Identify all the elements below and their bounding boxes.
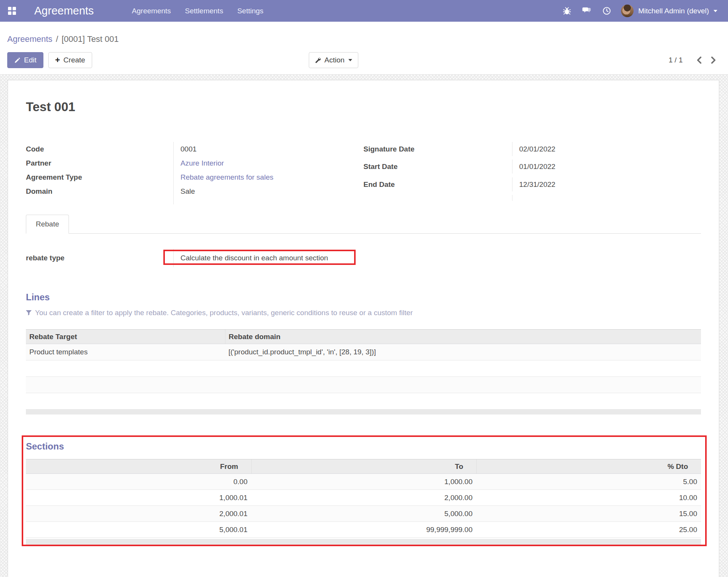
activities-clock-icon[interactable]	[602, 6, 611, 16]
edit-button[interactable]: Edit	[7, 52, 43, 68]
field-value-start-date: 01/01/2022	[512, 159, 701, 174]
control-panel: Agreements/[0001] Test 001 Edit + Create…	[0, 22, 728, 75]
pager-next-button[interactable]	[711, 56, 716, 64]
pager-previous-button[interactable]	[697, 56, 702, 64]
top-navbar: Agreements Agreements Settlements Settin…	[0, 0, 728, 22]
breadcrumb: Agreements/[0001] Test 001	[7, 34, 728, 44]
sections-cell[interactable]: 15.00	[476, 506, 701, 522]
sections-cell[interactable]: 99,999,999.00	[251, 522, 476, 538]
action-button[interactable]: Action	[309, 52, 358, 68]
field-value-domain: Sale	[173, 184, 364, 198]
lines-filter-hint: You can create a filter to apply the reb…	[26, 308, 701, 317]
sections-cell[interactable]: 2,000.00	[251, 490, 476, 506]
tab-rebate[interactable]: Rebate	[26, 215, 69, 234]
lines-table: Rebate Target Rebate domain Product temp…	[26, 329, 701, 410]
lines-empty-row	[26, 377, 701, 393]
sections-cell[interactable]: 1,000.00	[251, 474, 476, 490]
plus-icon: +	[55, 56, 60, 64]
chevron-left-icon	[697, 56, 702, 64]
rebate-type-row: rebate type Calculate the discount in ea…	[26, 249, 701, 267]
menu-agreements[interactable]: Agreements	[132, 7, 171, 15]
field-value-code: 0001	[173, 142, 364, 156]
pager-value: 1 / 1	[669, 56, 683, 64]
notebook-tabs: Rebate	[26, 214, 701, 234]
record-title: Test 001	[26, 80, 701, 115]
sections-cell[interactable]: 2,000.01	[26, 506, 251, 522]
sections-row[interactable]: 5,000.01 99,999,999.00 25.00	[26, 522, 701, 538]
debug-bug-icon[interactable]	[562, 6, 572, 16]
lines-heading: Lines	[26, 292, 701, 303]
sections-column-from[interactable]: From	[26, 459, 251, 474]
field-label-start-date: Start Date	[364, 159, 512, 174]
chevron-right-icon	[711, 56, 716, 64]
menu-settings[interactable]: Settings	[237, 7, 263, 15]
field-value-partner-link[interactable]: Azure Interior	[180, 159, 224, 167]
sections-table-footer-strip	[26, 539, 701, 545]
button-row: Edit + Create Action 1 / 1	[7, 52, 728, 68]
lines-empty-row	[26, 360, 701, 377]
sections-cell[interactable]: 5,000.01	[26, 522, 251, 538]
breadcrumb-current: [0001] Test 001	[62, 34, 119, 44]
content-area: Test 001 Code 0001 Partner Azure Interio…	[0, 75, 728, 577]
lines-row[interactable]: Product templates [('product_id.product_…	[26, 344, 701, 360]
form-sheet: Test 001 Code 0001 Partner Azure Interio…	[8, 80, 719, 577]
rebate-type-value: Calculate the discount in each amount se…	[173, 249, 701, 267]
sections-column-dto[interactable]: % Dto	[476, 459, 701, 474]
sections-cell[interactable]: 1,000.01	[26, 490, 251, 506]
pager: 1 / 1	[669, 52, 716, 68]
pencil-icon	[14, 57, 21, 64]
lines-column-rebate-target[interactable]: Rebate Target	[26, 330, 225, 344]
filter-funnel-icon	[26, 310, 32, 316]
field-label-partner: Partner	[26, 156, 173, 170]
user-avatar[interactable]	[621, 5, 634, 17]
sections-cell[interactable]: 0.00	[26, 474, 251, 490]
sections-column-to[interactable]: To	[251, 459, 476, 474]
breadcrumb-separator: /	[56, 34, 58, 44]
field-value-signature-date: 02/01/2022	[512, 142, 701, 156]
field-groups: Code 0001 Partner Azure Interior Agreeme…	[26, 142, 701, 204]
sections-cell[interactable]: 25.00	[476, 522, 701, 538]
lines-cell-rebate-target[interactable]: Product templates	[26, 344, 225, 360]
user-name[interactable]: Mitchell Admin (devel)	[638, 7, 709, 15]
field-group-left: Code 0001 Partner Azure Interior Agreeme…	[26, 142, 364, 204]
apps-menu-icon[interactable]	[8, 7, 16, 15]
field-label-end-date: End Date	[364, 177, 512, 191]
sections-row[interactable]: 0.00 1,000.00 5.00	[26, 474, 701, 490]
action-caret-icon	[348, 59, 352, 61]
user-menu-caret-icon[interactable]	[714, 10, 717, 12]
wrench-icon	[315, 57, 321, 64]
lines-empty-row	[26, 393, 701, 410]
breadcrumb-agreements-link[interactable]: Agreements	[7, 34, 53, 44]
main-menus: Agreements Settlements Settings	[132, 7, 263, 15]
field-value-agreement-type-link[interactable]: Rebate agreements for sales	[180, 173, 273, 181]
lines-column-rebate-domain[interactable]: Rebate domain	[225, 330, 701, 344]
field-label-signature-date: Signature Date	[364, 142, 512, 156]
sections-cell[interactable]: 10.00	[476, 490, 701, 506]
page: Agreements Agreements Settlements Settin…	[0, 0, 728, 577]
field-group-right: Signature Date 02/01/2022 Start Date 01/…	[364, 142, 701, 204]
sections-cell[interactable]: 5.00	[476, 474, 701, 490]
rebate-type-label: rebate type	[26, 249, 173, 267]
messages-icon[interactable]	[582, 6, 591, 16]
create-button[interactable]: + Create	[48, 52, 92, 68]
app-brand[interactable]: Agreements	[34, 5, 94, 17]
sections-table: From To % Dto 0.00 1,000.00 5.00 1,000.0…	[26, 459, 701, 538]
sections-cell[interactable]: 5,000.00	[251, 506, 476, 522]
lines-cell-rebate-domain[interactable]: [('product_id.product_tmpl_id', 'in', [2…	[225, 344, 701, 360]
field-label-code: Code	[26, 142, 173, 156]
field-label-agreement-type: Agreement Type	[26, 170, 173, 184]
field-label-domain: Domain	[26, 184, 173, 198]
menu-settlements[interactable]: Settlements	[185, 7, 223, 15]
lines-table-footer-strip	[26, 410, 701, 414]
sections-row[interactable]: 2,000.01 5,000.00 15.00	[26, 506, 701, 522]
sections-row[interactable]: 1,000.01 2,000.00 10.00	[26, 490, 701, 506]
sections-heading: Sections	[26, 441, 701, 452]
field-value-end-date: 12/31/2022	[512, 177, 701, 191]
systray: Mitchell Admin (devel)	[552, 5, 717, 17]
